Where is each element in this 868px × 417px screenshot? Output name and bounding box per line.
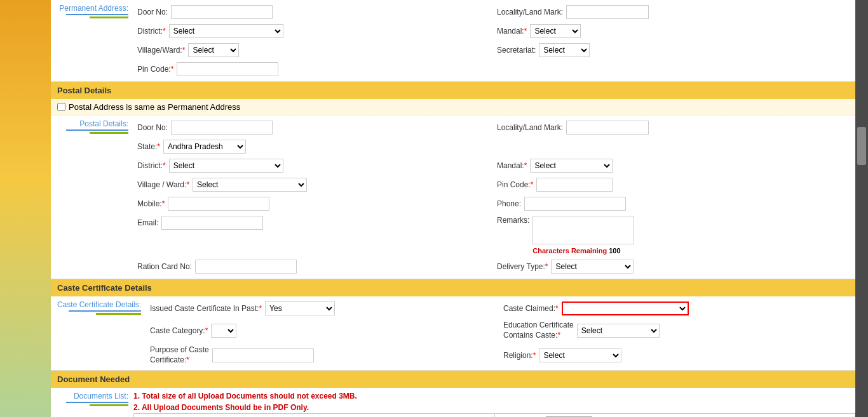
document-needed-header: Document Needed xyxy=(51,370,855,388)
phone-label-post: Phone: xyxy=(497,199,521,208)
phone-input-post[interactable] xyxy=(524,197,626,211)
document-needed-form: Documents List: 1. Total size of all Upl… xyxy=(51,388,855,417)
pincode-input-perm[interactable] xyxy=(177,62,278,76)
door-no-label-perm: Door No: xyxy=(137,8,168,17)
mandal-select-post[interactable]: Select xyxy=(530,159,613,173)
remarks-textarea-post[interactable] xyxy=(532,216,634,244)
delivery-type-select-post[interactable]: Select xyxy=(551,260,634,274)
pincode-input-post[interactable] xyxy=(536,178,613,192)
chars-remaining-label: Characters Remaining xyxy=(532,247,607,255)
mobile-label-post: Mobile:* xyxy=(137,199,165,208)
doc-rule-1: 1. Total size of all Upload Documents sh… xyxy=(133,390,855,402)
caste-cert-side-label: Caste Certificate Details: xyxy=(51,300,141,309)
caste-fields: Issued Caste Certificate In Past:* Yes C… xyxy=(146,296,855,370)
doc-table: Caste Certificate issued to the family m… xyxy=(133,413,855,417)
issued-select[interactable]: Yes xyxy=(265,301,335,315)
caste-certificate-form: Caste Certificate Details: Issued Caste … xyxy=(51,296,855,370)
village-label-perm: Village/Ward:* xyxy=(137,46,185,55)
pincode-label-perm: Pin Code:* xyxy=(137,65,173,74)
education-cert-label: Education CertificateContains Caste:* xyxy=(503,321,574,340)
doc-rule-2: 2. All Upload Documents Should be in PDF… xyxy=(133,402,855,413)
village-label-post: Village / Ward:* xyxy=(137,180,189,189)
state-select-post[interactable]: Andhra Pradesh xyxy=(163,140,246,154)
left-sidebar xyxy=(0,0,51,417)
mandal-select-perm[interactable]: Select xyxy=(530,24,581,38)
postal-fields: Door No: Locality/Land Mark: State:* And… xyxy=(133,116,855,279)
postal-details-form: Postal Details: Door No: Locality/Land M… xyxy=(51,116,855,279)
district-label-post: District:* xyxy=(137,161,166,170)
postal-same-checkbox[interactable] xyxy=(57,103,65,111)
locality-input-post[interactable] xyxy=(566,121,649,135)
issued-label: Issued Caste Certificate In Past:* xyxy=(150,304,262,313)
permanent-address-section: Permanent Address: Door No: Locality/Lan… xyxy=(51,0,855,81)
district-select-perm[interactable]: Select xyxy=(169,24,283,38)
door-no-input-post[interactable] xyxy=(171,121,273,135)
right-scrollbar[interactable] xyxy=(855,0,868,417)
scrollbar-thumb[interactable] xyxy=(857,127,866,165)
pincode-label-post: Pin Code:* xyxy=(497,180,533,189)
caste-category-label: Caste Category:* xyxy=(150,326,208,335)
main-content: Permanent Address: Door No: Locality/Lan… xyxy=(51,0,855,417)
docs-content: 1. Total size of all Upload Documents sh… xyxy=(133,388,855,417)
delivery-type-label-post: Delivery Type:* xyxy=(497,262,548,271)
secretariat-label-perm: Secretariat: xyxy=(497,46,536,55)
mandal-label-post: Mandal:* xyxy=(497,161,527,170)
religion-label: Religion:* xyxy=(503,351,536,360)
postal-same-label: Postal Address is same as Permanent Addr… xyxy=(69,102,240,112)
caste-category-select[interactable] xyxy=(211,324,236,338)
docs-side-label: Documents List: xyxy=(51,392,128,400)
postal-side-label: Postal Details: xyxy=(51,119,128,128)
postal-same-row: Postal Address is same as Permanent Addr… xyxy=(51,99,855,116)
district-label-perm: District:* xyxy=(137,27,166,36)
doc-row-1: Caste Certificate issued to the family m… xyxy=(134,414,855,417)
ration-input-post[interactable] xyxy=(195,260,297,274)
caste-claimed-select[interactable] xyxy=(562,301,689,315)
locality-label-post: Locality/Land Mark: xyxy=(497,123,563,132)
permanent-address-fields: Door No: Locality/Land Mark: District:* … xyxy=(133,0,855,81)
mobile-input-post[interactable] xyxy=(168,197,269,211)
district-select-post[interactable]: Select xyxy=(169,159,283,173)
email-label-post: Email: xyxy=(137,218,158,227)
mandal-label-perm: Mandal:* xyxy=(497,27,527,36)
door-no-input-perm[interactable] xyxy=(171,5,273,19)
caste-certificate-header: Caste Certificate Details xyxy=(51,279,855,296)
village-select-perm[interactable]: Select xyxy=(188,43,239,57)
caste-claimed-label: Caste Claimed:* xyxy=(503,304,559,313)
door-no-label-post: Door No: xyxy=(137,123,168,132)
email-input-post[interactable] xyxy=(161,216,263,230)
chars-count: 100 xyxy=(609,247,620,255)
secretariat-select-perm[interactable]: Select xyxy=(539,43,590,57)
locality-label-perm: Locality/Land Mark: xyxy=(497,8,563,17)
permanent-address-label: Permanent Address: xyxy=(51,4,128,13)
village-select-post[interactable]: Select xyxy=(193,178,307,192)
state-label-post: State:* xyxy=(137,142,160,151)
ration-label-post: Ration Card No: xyxy=(137,262,192,271)
purpose-input[interactable] xyxy=(212,348,314,362)
education-cert-select[interactable]: Select xyxy=(577,324,660,338)
remarks-label-post: Remarks: xyxy=(497,216,529,225)
religion-select[interactable]: Select xyxy=(539,348,621,362)
locality-input-perm[interactable] xyxy=(566,5,649,19)
purpose-label: Purpose of CasteCertificate:* xyxy=(150,345,209,365)
postal-details-header: Postal Details xyxy=(51,81,855,99)
